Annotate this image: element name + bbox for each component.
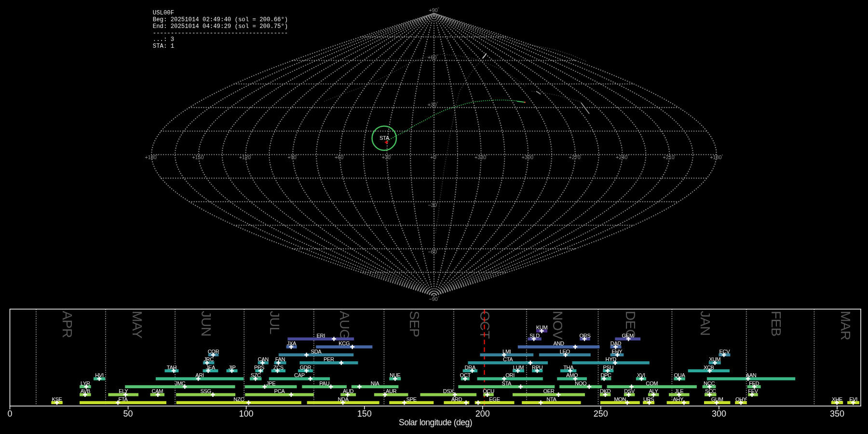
svg-text:+180°: +180° (145, 154, 158, 160)
svg-text:DRA: DRA (465, 365, 476, 370)
svg-text:Beg: 20251014 02:49:40 (sol =: Beg: 20251014 02:49:40 (sol = 200.66°) (153, 16, 288, 23)
svg-text:------------------------------: -------------------------------------- (153, 30, 288, 37)
svg-text:EVI: EVI (849, 396, 857, 402)
svg-text:GUM: GUM (711, 396, 723, 402)
svg-text:+270°: +270° (569, 154, 582, 160)
svg-text:JUN: JUN (199, 311, 214, 337)
svg-text:0: 0 (7, 409, 12, 419)
svg-text:QUA: QUA (674, 372, 686, 378)
svg-text:KSE: KSE (52, 396, 62, 402)
svg-text:CAP: CAP (294, 372, 305, 378)
svg-text:−30°: −30° (428, 202, 438, 208)
svg-text:SLD: SLD (529, 333, 540, 339)
svg-text:LYR: LYR (81, 380, 90, 386)
svg-text:ERI: ERI (317, 333, 326, 339)
svg-text:CAM: CAM (151, 388, 163, 394)
svg-text:+150°: +150° (192, 154, 205, 160)
svg-text:HVI: HVI (95, 372, 104, 378)
svg-text:JLE: JLE (675, 388, 683, 394)
svg-text:+30°: +30° (382, 154, 392, 160)
svg-text:COR: COR (208, 349, 219, 354)
svg-text:...: 3: ...: 3 (153, 36, 174, 43)
svg-text:NCC: NCC (704, 380, 715, 386)
svg-text:DSX: DSX (443, 388, 454, 394)
svg-text:SZC: SZC (251, 372, 261, 378)
svg-text:150: 150 (357, 409, 372, 419)
svg-text:AVB: AVB (81, 388, 90, 394)
svg-text:+120°: +120° (239, 154, 252, 160)
svg-text:ARD: ARD (451, 396, 462, 402)
svg-text:NZC: NZC (233, 396, 244, 402)
svg-text:SDA: SDA (311, 349, 322, 354)
svg-text:MAR: MAR (838, 311, 853, 340)
svg-text:DPC: DPC (600, 372, 611, 378)
svg-text:200: 200 (475, 409, 490, 419)
svg-text:AAN: AAN (746, 372, 757, 378)
svg-text:ECV: ECV (719, 349, 731, 354)
svg-text:COM: COM (646, 380, 658, 386)
svg-text:ARI: ARI (195, 372, 204, 378)
svg-text:PPS: PPS (254, 365, 264, 370)
svg-text:50: 50 (123, 409, 133, 419)
svg-text:JMC: JMC (175, 380, 186, 386)
svg-text:RPU: RPU (532, 365, 543, 370)
svg-text:JAN: JAN (698, 311, 713, 336)
svg-text:100: 100 (239, 409, 254, 419)
svg-text:PSU: PSU (603, 365, 613, 370)
svg-text:ORS: ORS (580, 333, 591, 339)
svg-text:ALY: ALY (649, 388, 659, 394)
svg-text:OHY: OHY (735, 396, 747, 402)
svg-text:+90°: +90° (287, 154, 298, 160)
svg-text:NIA: NIA (371, 380, 380, 386)
svg-text:APR: APR (60, 311, 75, 338)
svg-text:JEA: JEA (206, 365, 216, 370)
svg-text:+240°: +240° (616, 154, 629, 160)
svg-text:OCT: OCT (460, 372, 471, 378)
svg-text:AUD: AUD (343, 388, 354, 394)
svg-text:FAN: FAN (275, 356, 285, 362)
svg-text:JPE: JPE (266, 380, 275, 386)
svg-text:NDA: NDA (338, 396, 349, 402)
svg-text:ZCS: ZCS (273, 365, 284, 370)
svg-text:NUE: NUE (390, 372, 400, 378)
svg-text:JIP: JIP (229, 365, 236, 370)
svg-text:+300°: +300° (522, 154, 535, 160)
svg-text:CTA: CTA (503, 356, 513, 362)
svg-text:ELY: ELY (119, 388, 128, 394)
svg-text:OCU: OCU (483, 388, 494, 394)
svg-text:DAD: DAD (610, 340, 622, 346)
svg-text:+60°: +60° (428, 54, 438, 60)
svg-text:AUG: AUG (337, 311, 352, 339)
svg-text:STA: STA (380, 135, 390, 141)
svg-text:LMI: LMI (502, 349, 511, 354)
svg-text:XHE: XHE (832, 396, 842, 402)
svg-text:USL00F: USL00F (153, 10, 174, 16)
svg-text:PER: PER (324, 356, 334, 362)
svg-text:FTA: FTA (118, 396, 128, 402)
svg-text:+90°: +90° (429, 7, 439, 13)
svg-text:300: 300 (712, 409, 726, 419)
svg-text:NOO: NOO (575, 380, 587, 386)
svg-text:XCB: XCB (704, 365, 714, 370)
svg-text:STA: 1: STA: 1 (153, 43, 174, 50)
svg-text:+330°: +330° (475, 154, 488, 160)
svg-text:FED: FED (749, 380, 759, 386)
svg-text:KCG: KCG (339, 340, 350, 346)
svg-text:SEP: SEP (407, 311, 422, 338)
svg-text:GDR: GDR (300, 365, 312, 370)
svg-text:STA: STA (502, 380, 512, 386)
svg-text:AUR: AUR (386, 388, 397, 394)
svg-text:JUL: JUL (267, 311, 282, 334)
svg-text:JRC: JRC (203, 356, 214, 362)
svg-text:EHY: EHY (612, 349, 623, 354)
svg-text:MAY: MAY (130, 311, 145, 339)
svg-text:−90°: −90° (429, 296, 439, 302)
svg-text:+180°: +180° (710, 154, 723, 160)
svg-text:PAU: PAU (319, 380, 329, 386)
svg-text:+210°: +210° (663, 154, 676, 160)
svg-text:End: 20251014 04:49:29 (sol =: End: 20251014 04:49:29 (sol = 200.75°) (153, 23, 288, 30)
svg-text:KUM: KUM (536, 325, 548, 330)
svg-text:HYD: HYD (606, 356, 617, 362)
svg-text:DKD: DKD (600, 388, 611, 394)
svg-text:FEV: FEV (748, 388, 758, 394)
